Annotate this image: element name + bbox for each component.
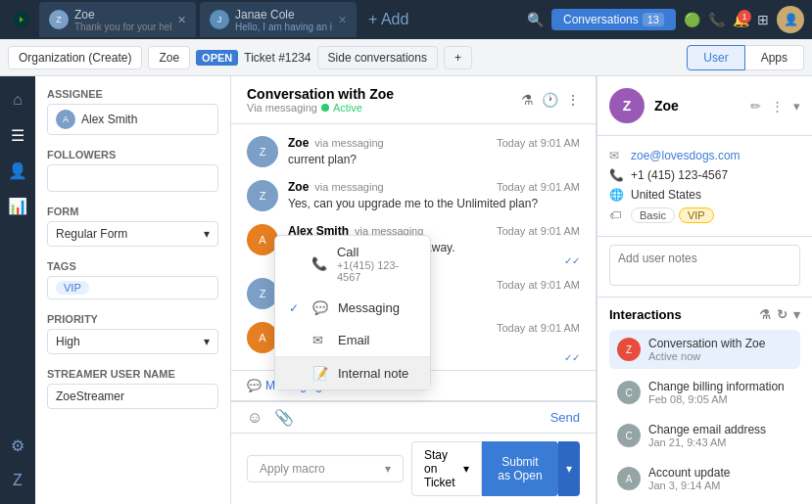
user-avatar: Z	[609, 88, 645, 123]
conversation-status: Via messaging Active	[247, 102, 513, 114]
tab-label-zoe: Zoe Thank you for your hel...	[74, 8, 171, 32]
phone-icon[interactable]: 📞	[708, 12, 725, 27]
priority-select[interactable]: High ▾	[47, 329, 218, 354]
user-notes-input[interactable]	[609, 245, 800, 286]
submit-as-open-button[interactable]: Submit as Open	[482, 441, 558, 496]
sidebar-settings-icon[interactable]: ⚙	[2, 430, 33, 461]
org-create-button[interactable]: Organization (Create)	[8, 46, 142, 69]
priority-label: Priority	[47, 313, 218, 325]
message-text: Yes, can you upgrade me to the Unlimited…	[288, 196, 580, 212]
interaction-content: Change email address Jan 21, 9:43 AM	[648, 423, 792, 448]
interaction-title: Conversation with Zoe	[648, 337, 792, 350]
form-chevron-icon: ▾	[204, 227, 210, 241]
followers-field[interactable]	[47, 164, 218, 192]
sidebar-customers-icon[interactable]: 👤	[2, 155, 33, 186]
assignee-name: Alex Smith	[81, 113, 137, 126]
sidebar-zendesk-icon[interactable]: Z	[2, 465, 33, 496]
tab-close-zoe[interactable]: ✕	[177, 14, 186, 26]
interaction-icon: C	[617, 424, 641, 447]
tab-janae[interactable]: J Janae Cole Hello, I am having an is...…	[200, 2, 357, 37]
messaging-label: Messaging	[338, 300, 400, 315]
ticket-number-button[interactable]: Ticket #1234	[244, 51, 310, 65]
stay-chevron-icon: ▾	[463, 462, 469, 476]
tab-close-janae[interactable]: ✕	[338, 14, 347, 26]
interaction-item[interactable]: A Account update Jan 3, 9:14 AM	[609, 459, 800, 498]
side-conversations-button[interactable]: Side conversations	[317, 46, 438, 69]
tab-avatar-zoe: Z	[49, 10, 69, 29]
user-avatar[interactable]: 👤	[777, 6, 804, 33]
message-channel: via messaging	[314, 181, 383, 193]
message-text: current plan?	[288, 152, 580, 168]
interaction-content: Conversation with Zoe Active now	[648, 337, 792, 362]
interactions-refresh-icon[interactable]: ↻	[777, 307, 788, 322]
interaction-title: Change email address	[648, 423, 792, 436]
grid-icon[interactable]: ⊞	[757, 12, 769, 27]
streamer-field[interactable]: ZoeStreamer	[47, 384, 218, 409]
interaction-icon: Z	[617, 338, 641, 361]
assignee-field[interactable]: A Alex Smith	[47, 104, 218, 135]
priority-section: Priority High ▾	[47, 313, 218, 354]
dropdown-internal-note-option[interactable]: 📝 Internal note	[275, 357, 430, 389]
tags-section: Tags VIP	[47, 260, 218, 299]
interactions-title: Interactions	[609, 307, 759, 322]
tab-zoe[interactable]: Z Zoe Thank you for your hel... ✕	[39, 2, 196, 37]
interactions-filter-icon[interactable]: ⚗	[759, 307, 771, 322]
assignee-avatar: A	[56, 110, 75, 129]
sidebar-home-icon[interactable]: ⌂	[2, 84, 33, 115]
form-select[interactable]: Regular Form ▾	[47, 221, 218, 247]
submit-more-button[interactable]: ▾	[558, 441, 580, 496]
add-side-conv-button[interactable]: +	[444, 46, 472, 69]
status-indicator[interactable]: 🟢	[684, 12, 700, 27]
left-sidebar: ⌂ ☰ 👤 📊 ⚙ Z	[0, 76, 35, 504]
apps-tab-button[interactable]: Apps	[745, 45, 804, 70]
message-row: Z Zoe via messaging Today at 9:01 AM Yes…	[247, 180, 580, 212]
interaction-content: Change billing information Feb 08, 9:05 …	[648, 380, 792, 405]
second-bar: Organization (Create) Zoe OPEN Ticket #1…	[0, 39, 812, 76]
selected-check-icon: ✓	[289, 301, 303, 315]
call-icon: 📞	[311, 256, 327, 271]
conversations-button[interactable]: Conversations 13	[551, 9, 676, 30]
sidebar-reports-icon[interactable]: 📊	[2, 190, 33, 221]
user-more-button[interactable]: ⋮	[771, 99, 784, 114]
user-link-button[interactable]: Zoe	[148, 46, 190, 69]
message-avatar: Z	[247, 136, 278, 167]
send-button[interactable]: Send	[550, 410, 580, 425]
emoji-button[interactable]: ☺	[247, 408, 263, 427]
status-badge: OPEN	[196, 50, 238, 66]
attachment-button[interactable]: 📎	[274, 408, 294, 427]
interaction-item[interactable]: C Change billing information Feb 08, 9:0…	[609, 373, 800, 412]
add-tab-button[interactable]: + Add	[360, 11, 416, 28]
compose-toolbar: ☺ 📎 Send	[231, 401, 596, 433]
interaction-icon: C	[617, 381, 641, 404]
dropdown-call-option[interactable]: 📞 Call +1(415) 123-4567	[275, 236, 430, 292]
dropdown-email-option[interactable]: ✉ Email	[275, 324, 430, 356]
user-tab-button[interactable]: User	[687, 45, 744, 70]
notification-badge: 1	[738, 10, 751, 23]
sidebar-views-icon[interactable]: ☰	[2, 119, 33, 151]
message-avatar: Z	[247, 180, 278, 211]
interaction-title: Change billing information	[648, 380, 792, 393]
notifications-button[interactable]: 🔔 1	[733, 12, 749, 27]
filter-button[interactable]: ⚗	[521, 92, 534, 108]
search-button[interactable]: 🔍	[527, 12, 544, 27]
apply-macro-select[interactable]: Apply macro ▾	[247, 455, 404, 482]
more-button[interactable]: ⋮	[566, 92, 580, 108]
edit-user-button[interactable]: ✏	[750, 99, 761, 114]
interaction-item[interactable]: Z Conversation with Zoe Active now	[609, 330, 800, 369]
user-email-row: ✉ zoe@lovesdogs.com	[609, 146, 800, 165]
history-button[interactable]: 🕐	[542, 92, 558, 108]
interactions-section: Interactions ⚗ ↻ ▾ Z Conversation with Z…	[597, 298, 812, 504]
dropdown-messaging-option[interactable]: ✓ 💬 Messaging	[275, 292, 430, 324]
collapse-user-button[interactable]: ▾	[793, 99, 800, 114]
interactions-collapse-icon[interactable]: ▾	[793, 307, 800, 322]
tags-field[interactable]: VIP	[47, 276, 218, 299]
email-dropdown-icon: ✉	[312, 333, 328, 347]
streamer-label: Streamer user name	[47, 368, 218, 380]
interaction-item[interactable]: C Change email address Jan 21, 9:43 AM	[609, 416, 800, 455]
properties-panel: Assignee A Alex Smith Followers Form Reg…	[35, 76, 231, 504]
user-apps-toggle: User Apps	[687, 45, 804, 70]
tag-basic: Basic	[631, 207, 675, 223]
followers-section: Followers	[47, 149, 218, 192]
interactions-header: Interactions ⚗ ↻ ▾	[609, 307, 800, 322]
stay-on-ticket-button[interactable]: Stay on Ticket ▾	[411, 441, 482, 496]
